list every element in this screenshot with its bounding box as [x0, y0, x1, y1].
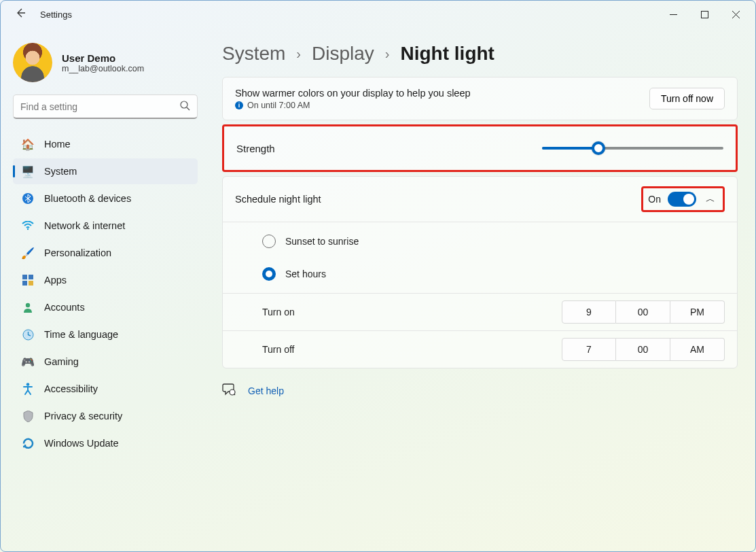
turn-off-minute[interactable]: 00 [616, 338, 670, 361]
turn-on-minute[interactable]: 00 [616, 300, 670, 324]
turn-off-label: Turn off [262, 344, 294, 355]
turn-off-time-picker[interactable]: 7 00 AM [562, 338, 725, 361]
titlebar: Settings [1, 1, 755, 28]
nav-label: Apps [44, 275, 67, 286]
help-icon [222, 383, 236, 398]
get-help-link[interactable]: Get help [248, 385, 284, 396]
turn-off-now-button[interactable]: Turn off now [649, 88, 725, 109]
nav-label: Privacy & security [44, 411, 122, 421]
toggle-state-label: On [648, 194, 661, 205]
strength-card: Strength [222, 124, 738, 172]
nav-accounts[interactable]: Accounts [13, 294, 198, 320]
nav-privacy[interactable]: Privacy & security [13, 403, 198, 429]
nav-label: Home [44, 139, 71, 150]
nav-apps[interactable]: Apps [13, 267, 198, 293]
svg-rect-7 [29, 281, 33, 286]
window-title: Settings [40, 10, 72, 20]
turn-on-label: Turn on [262, 307, 295, 317]
schedule-toggle[interactable] [668, 192, 696, 207]
nav-label: Gaming [44, 356, 79, 367]
turn-on-row: Turn on 9 00 PM [223, 293, 737, 330]
status-subtitle: On until 7:00 AM [247, 101, 310, 110]
svg-rect-0 [701, 11, 708, 18]
turn-on-time-picker[interactable]: 9 00 PM [562, 300, 725, 324]
info-icon: i [235, 101, 243, 109]
minimize-button[interactable] [658, 3, 689, 25]
turn-off-row: Turn off 7 00 AM [223, 330, 737, 368]
search-icon [180, 101, 190, 113]
chevron-up-icon[interactable]: ︿ [703, 193, 718, 205]
chevron-right-icon: › [385, 46, 390, 62]
wifi-icon [21, 219, 35, 232]
breadcrumb-display[interactable]: Display [312, 43, 374, 65]
clock-icon [21, 328, 35, 341]
svg-rect-6 [22, 281, 27, 286]
breadcrumb: System › Display › Night light [222, 43, 738, 65]
apps-icon [21, 273, 35, 287]
turn-on-ampm[interactable]: PM [670, 300, 725, 324]
turn-off-ampm[interactable]: AM [670, 338, 725, 361]
back-button[interactable] [13, 7, 28, 21]
svg-rect-4 [22, 275, 27, 279]
nav-home[interactable]: 🏠Home [13, 131, 198, 157]
turn-on-hour[interactable]: 9 [562, 300, 616, 324]
svg-point-3 [27, 228, 29, 230]
schedule-toggle-group: On ︿ [641, 186, 725, 212]
nav-bluetooth[interactable]: Bluetooth & devices [13, 186, 198, 211]
nav-gaming[interactable]: 🎮Gaming [13, 349, 198, 375]
nav-system[interactable]: 🖥️System [13, 158, 198, 184]
radio-sunset-label: Sunset to sunrise [285, 236, 359, 247]
main-panel: System › Display › Night light Show warm… [204, 28, 755, 551]
nav-network[interactable]: Network & internet [13, 213, 198, 239]
radio-hours-row[interactable]: Set hours [223, 260, 737, 293]
schedule-options: Sunset to sunrise Set hours Turn on 9 00… [223, 222, 737, 368]
svg-point-1 [181, 101, 187, 108]
nav-personalization[interactable]: 🖌️Personalization [13, 240, 198, 266]
status-card: Show warmer colors on your display to he… [222, 77, 738, 120]
breadcrumb-current: Night light [401, 43, 494, 65]
maximize-button[interactable] [689, 3, 720, 25]
radio-hours[interactable] [262, 267, 276, 281]
search-box[interactable] [13, 94, 198, 119]
strength-slider[interactable] [542, 141, 723, 155]
radio-sunset-row[interactable]: Sunset to sunrise [223, 222, 737, 260]
avatar [13, 43, 52, 82]
profile-email: m__lab@outlook.com [62, 64, 144, 73]
nav-label: Accessibility [44, 383, 98, 394]
profile-name: User Demo [62, 52, 144, 64]
slider-thumb[interactable] [592, 141, 605, 155]
nav-accessibility[interactable]: Accessibility [13, 376, 198, 402]
schedule-label: Schedule night light [235, 194, 321, 205]
strength-label: Strength [236, 143, 542, 154]
gaming-icon: 🎮 [21, 355, 35, 368]
nav-update[interactable]: Windows Update [13, 430, 198, 456]
help-row: Get help [222, 383, 738, 398]
nav-label: Network & internet [44, 220, 125, 231]
update-icon [21, 436, 35, 450]
home-icon: 🏠 [21, 137, 35, 151]
sidebar: User Demo m__lab@outlook.com 🏠Home 🖥️Sys… [1, 28, 204, 551]
breadcrumb-system[interactable]: System [222, 43, 285, 65]
brush-icon: 🖌️ [21, 246, 35, 260]
nav-label: Bluetooth & devices [44, 193, 131, 204]
status-title: Show warmer colors on your display to he… [235, 88, 649, 99]
system-icon: 🖥️ [21, 165, 35, 178]
shield-icon [21, 409, 35, 423]
person-icon [21, 300, 35, 314]
close-button[interactable] [720, 3, 751, 25]
chevron-right-icon: › [296, 46, 301, 62]
nav-label: Windows Update [44, 438, 119, 449]
accessibility-icon [21, 382, 35, 396]
nav-label: Accounts [44, 302, 85, 313]
turn-off-hour[interactable]: 7 [562, 338, 616, 361]
profile[interactable]: User Demo m__lab@outlook.com [13, 43, 198, 82]
nav-label: Time & language [44, 329, 118, 340]
nav-time[interactable]: Time & language [13, 322, 198, 347]
nav-list: 🏠Home 🖥️System Bluetooth & devices Netwo… [13, 131, 198, 456]
bluetooth-icon [21, 192, 35, 205]
search-input[interactable] [20, 101, 180, 112]
nav-label: Personalization [44, 247, 111, 258]
radio-sunset[interactable] [262, 235, 276, 248]
svg-point-10 [26, 383, 30, 386]
svg-rect-5 [29, 275, 33, 279]
